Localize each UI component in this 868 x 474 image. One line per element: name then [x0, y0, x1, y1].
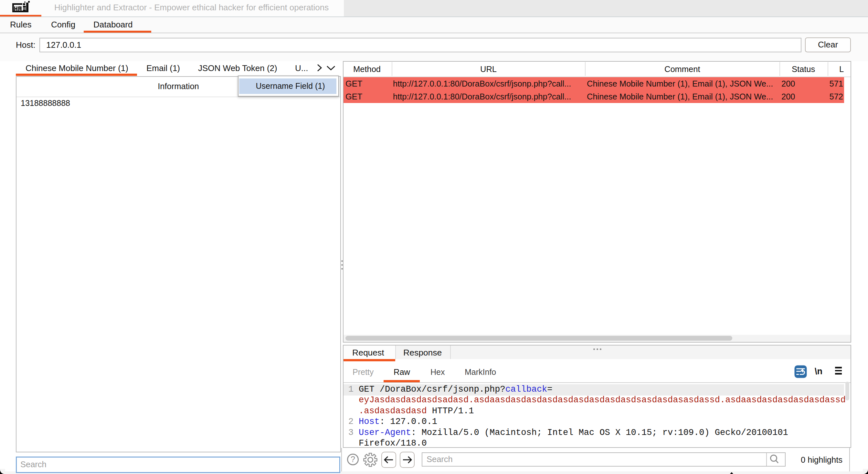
svg-text:?: ? — [351, 454, 355, 464]
